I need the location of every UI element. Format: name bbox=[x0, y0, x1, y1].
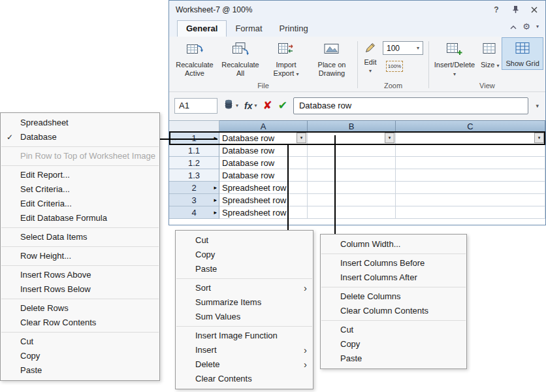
menu-item-database[interactable]: ✓Database bbox=[1, 130, 159, 144]
cell[interactable]: Spreadsheet row bbox=[219, 206, 308, 219]
column-header-a[interactable]: A bbox=[219, 120, 308, 132]
grid-icon bbox=[515, 41, 530, 58]
menu-item-copy[interactable]: Copy bbox=[321, 337, 466, 351]
cell[interactable] bbox=[396, 157, 545, 169]
row-header-4[interactable]: 4 ▸ bbox=[169, 206, 219, 219]
gear-dropdown-icon[interactable]: ▾ bbox=[536, 24, 539, 29]
column-header-c[interactable]: C bbox=[396, 120, 545, 132]
menu-item-cut[interactable]: Cut bbox=[176, 233, 313, 248]
menu-item-pin-row[interactable]: Pin Row to Top of Worksheet Image bbox=[1, 149, 159, 163]
cell[interactable] bbox=[308, 182, 396, 194]
function-button[interactable]: fx ▾ bbox=[244, 101, 257, 111]
row-header-3[interactable]: 3 ▸ bbox=[169, 194, 219, 206]
menu-item-delete-rows[interactable]: Delete Rows bbox=[1, 301, 159, 316]
menu-item-edit-database-formula[interactable]: Edit Database Formula bbox=[1, 211, 159, 225]
cancel-entry-button[interactable]: ✘ bbox=[263, 100, 272, 111]
menu-item-cut[interactable]: Cut bbox=[1, 335, 159, 349]
menu-item-clear-contents[interactable]: Clear Contents bbox=[176, 372, 313, 386]
cell-dropdown-button[interactable]: ▾ bbox=[385, 133, 394, 143]
cell[interactable] bbox=[396, 169, 545, 182]
menu-item-insert-rows-below[interactable]: Insert Rows Below bbox=[1, 282, 159, 297]
zoom-value-combobox[interactable]: 100 ▾ bbox=[383, 41, 423, 55]
cell-dropdown-button[interactable]: ▾ bbox=[534, 133, 544, 143]
zoom-100-button[interactable]: 100% bbox=[383, 58, 406, 74]
column-header-b[interactable]: B bbox=[308, 120, 396, 132]
row-marker-icon[interactable]: ▸ bbox=[214, 197, 217, 203]
cell[interactable] bbox=[396, 144, 545, 157]
tab-printing[interactable]: Printing bbox=[271, 21, 317, 37]
formula-input[interactable]: Database row bbox=[293, 97, 528, 114]
group-separator bbox=[428, 41, 429, 88]
row-marker-icon[interactable]: ▸ bbox=[214, 185, 217, 191]
close-icon[interactable] bbox=[530, 5, 539, 14]
cell-dropdown-button[interactable]: ▾ bbox=[297, 133, 306, 143]
cell[interactable] bbox=[308, 194, 396, 206]
show-grid-button[interactable]: Show Grid bbox=[502, 38, 542, 69]
menu-item-set-criteria[interactable]: Set Criteria... bbox=[1, 182, 159, 197]
menu-item-copy[interactable]: Copy bbox=[176, 248, 313, 262]
edit-button[interactable]: Edit ▾ bbox=[361, 38, 380, 75]
menu-item-cut[interactable]: Cut bbox=[321, 323, 466, 337]
chevron-up-icon[interactable] bbox=[510, 20, 517, 32]
menu-item-row-height[interactable]: Row Height... bbox=[1, 249, 159, 263]
cell-reference-box[interactable]: A1 bbox=[174, 98, 217, 114]
insert-delete-button[interactable]: Insert/Delete ▾ bbox=[432, 38, 477, 79]
row-header-1-1[interactable]: 1.1 bbox=[169, 144, 219, 157]
cell[interactable] bbox=[396, 182, 545, 194]
cell[interactable] bbox=[308, 169, 396, 182]
recalculate-all-button[interactable]: Recalculate All bbox=[217, 38, 263, 79]
menu-item-insert-rows-above[interactable]: Insert Rows Above bbox=[1, 268, 159, 282]
menu-item-select-data-items[interactable]: Select Data Items bbox=[1, 230, 159, 244]
menu-item-sum-values[interactable]: Sum Values bbox=[176, 310, 313, 324]
help-icon[interactable]: ? bbox=[492, 5, 501, 14]
cell[interactable]: Database row bbox=[219, 157, 308, 169]
menu-item-delete[interactable]: Delete› bbox=[176, 357, 313, 372]
tab-general[interactable]: General bbox=[177, 20, 227, 37]
cell[interactable]: Spreadsheet row bbox=[219, 182, 308, 194]
row-header-2[interactable]: 2 ▸ bbox=[169, 182, 219, 194]
cell-b1[interactable]: ▾ bbox=[308, 132, 396, 144]
menu-item-delete-columns[interactable]: Delete Columns bbox=[321, 289, 466, 304]
cell[interactable]: Database row bbox=[219, 144, 308, 157]
database-function-button[interactable]: ▾ bbox=[223, 99, 238, 112]
cell[interactable]: Database row bbox=[219, 169, 308, 182]
cell-a1[interactable]: Database row ▾ bbox=[219, 132, 308, 144]
row-marker-icon[interactable]: ▸ bbox=[214, 210, 217, 216]
cell-c1[interactable]: ▾ bbox=[396, 132, 545, 144]
menu-item-clear-row-contents[interactable]: Clear Row Contents bbox=[1, 316, 159, 330]
formula-bar-expand-icon[interactable]: ▾ bbox=[534, 103, 540, 109]
size-button[interactable]: Size ▾ bbox=[477, 38, 502, 71]
menu-item-insert[interactable]: Insert› bbox=[176, 343, 313, 357]
menu-item-edit-criteria[interactable]: Edit Criteria... bbox=[1, 197, 159, 211]
menu-item-edit-report[interactable]: Edit Report... bbox=[1, 168, 159, 182]
menu-item-insert-image-function[interactable]: Insert Image Function bbox=[176, 329, 313, 343]
gear-icon[interactable]: ⚙ bbox=[522, 22, 530, 31]
menu-item-copy[interactable]: Copy bbox=[1, 349, 159, 363]
cell[interactable] bbox=[396, 206, 545, 219]
menu-item-column-width[interactable]: Column Width... bbox=[321, 237, 466, 252]
menu-item-summarize-items[interactable]: Summarize Items bbox=[176, 295, 313, 310]
cell[interactable] bbox=[308, 206, 396, 219]
cell[interactable] bbox=[308, 157, 396, 169]
cell[interactable] bbox=[308, 144, 396, 157]
row-header-1-3[interactable]: 1.3 bbox=[169, 169, 219, 182]
recalculate-active-button[interactable]: Recalculate Active bbox=[172, 38, 217, 79]
pin-icon[interactable] bbox=[511, 5, 520, 14]
cell[interactable]: Spreadsheet row bbox=[219, 194, 308, 206]
tab-format[interactable]: Format bbox=[227, 21, 270, 37]
accept-entry-button[interactable]: ✔ bbox=[278, 100, 287, 111]
menu-item-paste[interactable]: Paste bbox=[321, 351, 466, 366]
menu-item-insert-columns-after[interactable]: Insert Columns After bbox=[321, 270, 466, 285]
row-marker-icon[interactable]: ▸ bbox=[214, 135, 217, 141]
place-on-drawing-button[interactable]: Place on Drawing bbox=[309, 38, 355, 79]
menu-item-sort[interactable]: Sort› bbox=[176, 281, 313, 295]
row-header-1-2[interactable]: 1.2 bbox=[169, 157, 219, 169]
cell[interactable] bbox=[396, 194, 545, 206]
menu-item-paste[interactable]: Paste bbox=[1, 363, 159, 378]
menu-item-insert-columns-before[interactable]: Insert Columns Before bbox=[321, 256, 466, 270]
menu-item-spreadsheet[interactable]: Spreadsheet bbox=[1, 116, 159, 130]
import-export-button[interactable]: Import Export ▾ bbox=[263, 38, 309, 79]
menu-item-paste[interactable]: Paste bbox=[176, 262, 313, 276]
menu-item-clear-column-contents[interactable]: Clear Column Contents bbox=[321, 304, 466, 318]
grid-corner[interactable] bbox=[169, 120, 219, 132]
